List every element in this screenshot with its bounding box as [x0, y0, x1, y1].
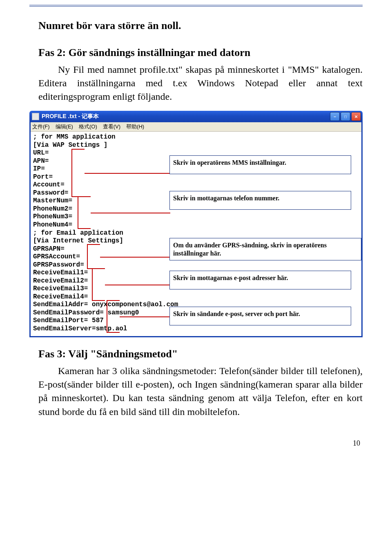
- bracket-5: [107, 300, 120, 333]
- annotation-5: Skriv in sändande e-post, server och por…: [169, 307, 351, 325]
- code-line: ReceiveEmail4=: [33, 293, 359, 301]
- minimize-button[interactable]: –: [330, 112, 340, 121]
- heading-1: Numret bör vara större än noll.: [38, 20, 363, 32]
- menubar: 文件(F) 编辑(E) 格式(O) 查看(V) 帮助(H): [31, 122, 361, 132]
- heading-2: Fas 2: Gör sändnings inställningar med d…: [38, 47, 363, 59]
- code-line: ; for MMS application: [33, 133, 359, 141]
- maximize-button[interactable]: □: [341, 112, 350, 121]
- code-line: GPRSPassword=: [33, 261, 359, 269]
- paragraph-1: Ny Fil med namnet profile.txt" skapas på…: [38, 63, 363, 103]
- code-line: ; for Email application: [33, 229, 359, 238]
- paragraph-2: Kameran har 3 olika sändningsmetoder: Te…: [38, 364, 363, 418]
- notepad-icon: [32, 113, 39, 120]
- bracket-4: [92, 268, 105, 301]
- notepad-screenshot: PROFILE .txt - 记事本 – □ ✕ 文件(F) 编辑(E) 格式(…: [29, 111, 363, 337]
- bracket-2: [78, 196, 91, 229]
- close-button[interactable]: ✕: [351, 112, 361, 121]
- notepad-client-area: ; for MMS application [Via WAP Settings …: [31, 132, 361, 336]
- menu-file[interactable]: 文件(F): [32, 123, 50, 130]
- menu-help[interactable]: 帮助(H): [126, 123, 144, 130]
- annotation-2: Skriv in mottagarnas telefon nummer.: [169, 191, 351, 210]
- menu-edit[interactable]: 编辑(E): [56, 123, 73, 130]
- page-number: 10: [29, 439, 363, 448]
- bracket-3: [87, 244, 100, 269]
- menu-format[interactable]: 格式(O): [79, 123, 97, 130]
- top-divider: [29, 5, 363, 7]
- window-title: PROFILE .txt - 记事本: [42, 113, 99, 120]
- code-line: SendEmailServer=smtp.aol: [33, 325, 359, 333]
- bracket-1: [71, 149, 85, 197]
- menu-view[interactable]: 查看(V): [103, 123, 120, 130]
- code-line: [Via WAP Settings ]: [33, 141, 359, 150]
- heading-3: Fas 3: Välj "Sändningsmetod": [38, 348, 363, 360]
- annotation-4: Skriv in mottagarnas e-post adresser här…: [169, 271, 351, 289]
- annotation-3: Om du använder GPRS-sändning, skriv in o…: [169, 238, 361, 260]
- annotation-1: Skriv in operatörens MMS inställningar.: [169, 155, 351, 174]
- titlebar: PROFILE .txt - 记事本 – □ ✕: [29, 111, 363, 122]
